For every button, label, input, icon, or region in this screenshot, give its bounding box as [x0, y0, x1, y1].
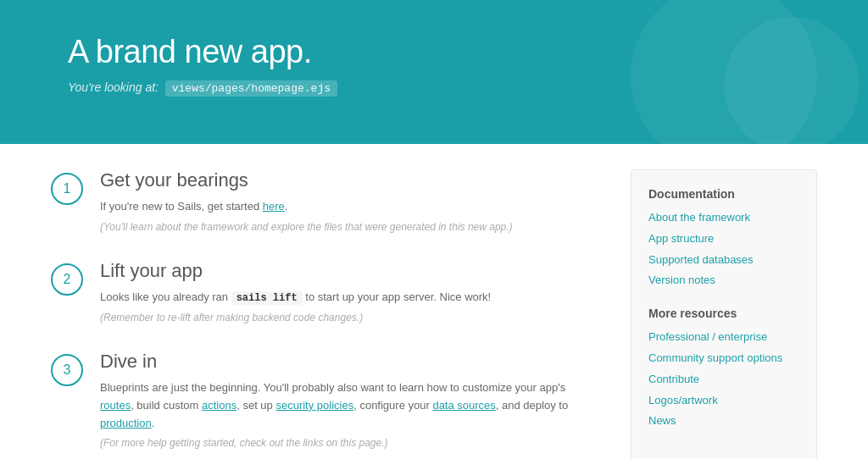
sidebar-link-contribute[interactable]: Contribute [648, 373, 699, 385]
list-item: News [648, 412, 799, 430]
step-1-note: (You'll learn about the framework and ex… [100, 219, 597, 235]
step-3: 3 Dive in Blueprints are just the beginn… [51, 351, 597, 451]
step-3-content: Dive in Blueprints are just the beginnin… [100, 351, 597, 451]
step-3-text-end: . [152, 417, 155, 429]
sidebar-link-app-structure[interactable]: App structure [648, 232, 714, 245]
step-3-note: (For more help getting started, check ou… [100, 435, 597, 451]
list-item: App structure [648, 230, 799, 248]
list-item: Contribute [648, 371, 799, 389]
hero-title: A brand new app. [68, 34, 800, 70]
list-item: Professional / enterprise [648, 329, 799, 346]
step-3-text-mid3: , configure your [353, 399, 432, 412]
sidebar-link-logos[interactable]: Logos/artwork [648, 394, 718, 406]
step-3-security-link[interactable]: security policies [275, 399, 353, 412]
step-3-production-link[interactable]: production [100, 417, 152, 429]
step-3-data-link[interactable]: data sources [432, 399, 495, 412]
list-item: Version notes [648, 272, 799, 290]
step-3-text-mid4: , and deploy to [496, 399, 568, 412]
step-1-link[interactable]: here [263, 200, 285, 213]
sidebar-box: Documentation About the framework App st… [631, 169, 817, 459]
list-item: About the framework [648, 209, 799, 227]
step-2-number: 2 [51, 263, 83, 296]
sidebar-link-about[interactable]: About the framework [648, 211, 750, 224]
step-2-text-after: to start up your app server. Nice work! [303, 290, 492, 303]
step-3-text-1: Blueprints are just the beginning. You'l… [100, 381, 565, 394]
hero-file-path: views/pages/homepage.ejs [165, 80, 337, 97]
list-item: Logos/artwork [648, 392, 799, 410]
main-content: 1 Get your bearings If you're new to Sai… [0, 144, 868, 459]
list-item: Community support options [648, 350, 799, 368]
step-3-text-mid2: , set up [236, 399, 275, 412]
step-1-number: 1 [51, 173, 83, 205]
step-2-text: Looks like you already ran sails lift to… [100, 289, 597, 307]
sidebar-link-professional[interactable]: Professional / enterprise [648, 330, 767, 343]
step-3-routes-link[interactable]: routes [100, 399, 131, 412]
step-3-title: Dive in [100, 351, 597, 373]
step-1: 1 Get your bearings If you're new to Sai… [51, 169, 597, 235]
step-1-text-after: . [285, 200, 288, 213]
sidebar-doc-links: About the framework App structure Suppor… [648, 209, 799, 290]
step-2-content: Lift your app Looks like you already ran… [100, 260, 597, 325]
step-2-code: sails lift [231, 291, 303, 305]
step-2-note: (Remember to re-lift after making backen… [100, 310, 597, 325]
sidebar-link-databases[interactable]: Supported databases [648, 253, 754, 266]
step-2: 2 Lift your app Looks like you already r… [51, 260, 597, 325]
step-3-number: 3 [51, 354, 83, 386]
step-1-title: Get your bearings [100, 169, 597, 191]
step-3-text-mid1: , build custom [131, 399, 202, 412]
sidebar: Documentation About the framework App st… [631, 169, 817, 459]
step-3-actions-link[interactable]: actions [202, 399, 236, 412]
sidebar-link-news[interactable]: News [648, 414, 676, 427]
sidebar-more-links: Professional / enterprise Community supp… [648, 329, 799, 430]
hero-subtitle: You're looking at: views/pages/homepage.… [68, 80, 800, 97]
step-1-text-before: If you're new to Sails, get started [100, 200, 263, 213]
steps-container: 1 Get your bearings If you're new to Sai… [51, 169, 597, 459]
step-3-text: Blueprints are just the beginning. You'l… [100, 379, 597, 432]
sidebar-doc-title: Documentation [648, 187, 799, 201]
step-1-content: Get your bearings If you're new to Sails… [100, 169, 597, 235]
step-2-title: Lift your app [100, 260, 597, 282]
step-1-text: If you're new to Sails, get started here… [100, 198, 597, 216]
step-2-text-before: Looks like you already ran [100, 290, 231, 303]
sidebar-link-version[interactable]: Version notes [648, 274, 715, 286]
sidebar-more-title: More resources [648, 307, 799, 320]
hero-subtitle-prefix: You're looking at: [68, 80, 159, 94]
hero-section: A brand new app. You're looking at: view… [0, 0, 868, 144]
sidebar-link-community[interactable]: Community support options [648, 351, 782, 364]
list-item: Supported databases [648, 252, 799, 269]
